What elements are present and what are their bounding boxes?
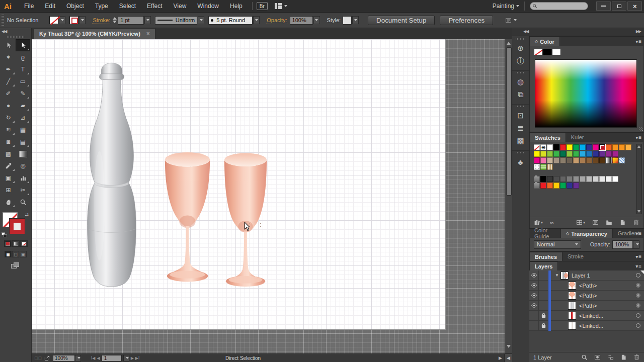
column-graph-tool[interactable] — [16, 172, 30, 184]
fill-color-dropdown[interactable] — [59, 16, 65, 24]
stroke-link-label[interactable]: Stroke: — [93, 17, 110, 24]
free-transform-tool[interactable]: ▦ — [16, 124, 30, 136]
swatch[interactable] — [593, 176, 599, 182]
swatch[interactable] — [547, 144, 553, 150]
layer-name[interactable]: <Path> — [579, 303, 597, 309]
width-tool[interactable]: ≋ — [1, 124, 16, 136]
lock-toggle[interactable] — [539, 291, 548, 301]
swatch[interactable] — [606, 151, 612, 157]
swatch-patblue[interactable] — [619, 157, 625, 163]
swatch[interactable] — [580, 144, 586, 150]
swatch[interactable] — [560, 157, 566, 163]
menu-help[interactable]: Help — [224, 0, 248, 13]
pen-tool[interactable]: ✒ — [1, 63, 16, 75]
swatch[interactable] — [586, 176, 592, 182]
zoom-dropdown[interactable] — [75, 355, 81, 361]
swatch[interactable] — [553, 183, 559, 189]
artboard-tool[interactable]: ⊞ — [1, 184, 16, 196]
style-swatch[interactable] — [343, 16, 352, 25]
scale-tool[interactable]: ⊿ — [16, 112, 30, 124]
artboard-dropdown[interactable] — [123, 355, 129, 361]
menu-select[interactable]: Select — [114, 0, 141, 13]
selection-tool[interactable] — [1, 39, 16, 51]
lock-toggle[interactable] — [539, 270, 548, 281]
stroke-weight-stepper[interactable] — [113, 17, 117, 23]
swatch-selred[interactable] — [599, 144, 605, 150]
swatch[interactable] — [612, 151, 618, 157]
tab-swatches[interactable]: Swatches — [529, 133, 566, 142]
swatch[interactable] — [553, 176, 559, 182]
visibility-toggle[interactable] — [529, 311, 539, 321]
swatch[interactable] — [567, 183, 573, 189]
swatch-folder[interactable] — [534, 183, 540, 189]
rotate-tool[interactable]: ↻ — [1, 112, 16, 124]
swatch[interactable] — [586, 151, 592, 157]
type-tool[interactable]: T — [16, 63, 30, 75]
layer-thumbnail[interactable] — [568, 282, 576, 290]
layer-name[interactable]: <Path> — [579, 293, 597, 299]
swatch-patdots[interactable] — [534, 164, 540, 170]
layer-name[interactable]: <Linked... — [579, 313, 603, 319]
blend-tool[interactable]: ◎ — [16, 160, 30, 172]
magic-wand-tool[interactable]: ✶ — [1, 51, 16, 63]
swatch[interactable] — [547, 157, 553, 163]
rectangle-tool[interactable]: ▭ — [16, 75, 30, 87]
disclosure-triangle-icon[interactable]: ▼ — [555, 273, 559, 278]
swatch-folder[interactable] — [534, 176, 540, 182]
lock-toggle[interactable] — [539, 321, 548, 331]
new-color-group-icon[interactable] — [606, 219, 612, 226]
symbols-icon[interactable]: ♣ — [515, 156, 527, 168]
scroll-up-icon[interactable] — [507, 42, 511, 45]
target-circle[interactable] — [636, 323, 640, 328]
shape-builder-tool[interactable]: ◙ — [1, 136, 16, 148]
kuler-icon[interactable]: ∞ — [550, 220, 554, 226]
opacity-field[interactable]: 100% — [290, 16, 313, 25]
toolbar-grip[interactable] — [7, 36, 24, 38]
swatch[interactable] — [619, 144, 625, 150]
direct-selection-tool[interactable] — [16, 39, 30, 51]
symbol-sprayer-tool[interactable]: ▣ — [1, 172, 16, 184]
scroll-left-button[interactable]: ◀ — [504, 354, 512, 362]
close-button[interactable] — [627, 2, 642, 11]
swatch[interactable] — [573, 176, 579, 182]
menu-view[interactable]: View — [168, 0, 192, 13]
swatch-reg[interactable] — [540, 144, 546, 150]
swatch[interactable] — [540, 183, 546, 189]
swatch[interactable] — [573, 157, 579, 163]
menu-type[interactable]: Type — [90, 0, 114, 13]
locate-object-icon[interactable] — [581, 354, 588, 361]
swatch-pattan[interactable] — [547, 164, 553, 170]
screen-mode-button[interactable] — [11, 262, 20, 269]
swatch-patgreen[interactable] — [540, 164, 546, 170]
delete-layer-icon[interactable] — [633, 354, 640, 361]
line-segment-tool[interactable]: ╱ — [1, 75, 16, 87]
stroke-swatch[interactable] — [10, 219, 25, 234]
panel-grip[interactable] — [2, 15, 4, 26]
visibility-toggle[interactable] — [529, 301, 539, 311]
info-icon[interactable]: ⓘ — [515, 55, 527, 67]
scroll-right-button[interactable]: ▶ — [499, 354, 502, 362]
panel-options-icon[interactable] — [505, 17, 517, 24]
swatch[interactable] — [553, 151, 559, 157]
swatch[interactable] — [625, 144, 631, 150]
color-guide-icon[interactable]: ⊛ — [515, 42, 527, 54]
visibility-toggle[interactable] — [529, 321, 539, 331]
search-input[interactable] — [530, 2, 588, 10]
transparency-opacity-field[interactable]: 100% — [612, 240, 633, 249]
swatch-gradyo[interactable] — [612, 157, 618, 163]
tab-layers[interactable]: Layers — [529, 261, 558, 270]
layer-thumbnail[interactable] — [568, 302, 576, 310]
swatch[interactable] — [540, 151, 546, 157]
preferences-button[interactable]: Preferences — [440, 16, 493, 25]
panel-menu-icon[interactable] — [635, 254, 641, 259]
gradient-tool[interactable] — [16, 148, 30, 160]
tab-kuler[interactable]: Kuler — [566, 133, 589, 142]
layer-thumbnail[interactable] — [560, 272, 569, 280]
swatch[interactable] — [553, 157, 559, 163]
layer-row[interactable]: <Linked... — [529, 321, 644, 331]
color-none-swatch[interactable] — [534, 49, 543, 55]
target-circle[interactable] — [636, 273, 640, 278]
swatch[interactable] — [567, 157, 573, 163]
target-circle[interactable] — [636, 303, 640, 308]
stroke-weight-dropdown[interactable] — [144, 16, 151, 24]
